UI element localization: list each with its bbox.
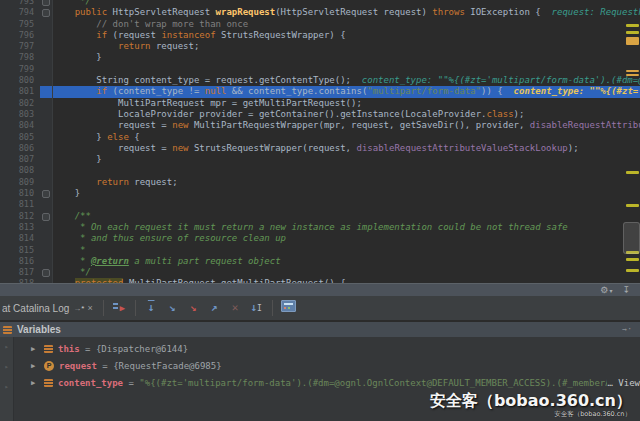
- line-number[interactable]: 795: [0, 19, 40, 30]
- code-line-808[interactable]: 808: [0, 165, 640, 176]
- code-line-810[interactable]: 810 }: [0, 188, 640, 199]
- code-text: } else {: [53, 132, 640, 143]
- code-line-815[interactable]: 815 *: [0, 245, 640, 256]
- evaluate-expression-icon[interactable]: [278, 297, 299, 319]
- line-number[interactable]: 803: [0, 109, 40, 120]
- fold-marker-icon[interactable]: [40, 0, 53, 7]
- code-line-817[interactable]: 817 */: [0, 267, 640, 278]
- chevron-down-icon: ▾: [609, 287, 612, 294]
- stripe-mark[interactable]: [626, 171, 639, 174]
- fold-gutter: [40, 120, 53, 131]
- fold-marker-icon[interactable]: [40, 7, 53, 18]
- show-execution-point-icon[interactable]: ▶: [109, 297, 130, 319]
- code-text: }: [53, 154, 640, 165]
- stripe-mark[interactable]: [626, 24, 639, 27]
- code-line-797[interactable]: 797 return request;: [0, 41, 640, 52]
- code-text: */: [53, 267, 640, 278]
- code-line-811[interactable]: 811: [0, 199, 640, 210]
- code-line-807[interactable]: 807 }: [0, 154, 640, 165]
- step-out-icon[interactable]: ↗: [204, 297, 225, 319]
- line-number[interactable]: 813: [0, 222, 40, 233]
- code-text: * @return a multi part request object: [53, 256, 640, 267]
- tab-catalina-log[interactable]: at Catalina Log → * ×: [0, 296, 98, 320]
- variable-row-this[interactable]: ▶this = {Dispatcher@6144}: [13, 340, 640, 357]
- code-line-799[interactable]: 799: [0, 64, 640, 75]
- line-number[interactable]: 805: [0, 132, 40, 143]
- line-number[interactable]: 796: [0, 30, 40, 41]
- stripe-mark[interactable]: [626, 204, 639, 207]
- fold-marker-icon[interactable]: [40, 188, 53, 199]
- expand-arrow-icon[interactable]: ▶: [31, 345, 44, 353]
- code-line-812[interactable]: 812 /**: [0, 211, 640, 222]
- run-to-cursor-icon[interactable]: ↓I: [246, 297, 267, 320]
- line-number[interactable]: 797: [0, 41, 40, 52]
- line-number[interactable]: 800: [0, 75, 40, 86]
- code-line-795[interactable]: 795 // don't wrap more than once: [0, 19, 640, 30]
- scrollbar-thumb[interactable]: [623, 222, 640, 254]
- line-number[interactable]: 814: [0, 233, 40, 244]
- line-number[interactable]: 798: [0, 52, 40, 63]
- close-icon[interactable]: ×: [87, 303, 92, 313]
- code-line-809[interactable]: 809 return request;: [0, 177, 640, 188]
- fold-marker-icon[interactable]: [40, 267, 53, 278]
- line-number[interactable]: 809: [0, 177, 40, 188]
- line-number[interactable]: 815: [0, 245, 40, 256]
- variable-row-request[interactable]: ▶Prequest = {RequestFacade@6985}: [13, 357, 640, 374]
- fold-marker-icon[interactable]: [40, 211, 53, 222]
- view-link[interactable]: … View: [607, 378, 640, 388]
- force-step-into-icon[interactable]: ↘: [183, 297, 204, 319]
- dock-icon[interactable]: ↧: [622, 284, 630, 296]
- fold-gutter: [40, 19, 53, 30]
- line-number[interactable]: 811: [0, 199, 40, 210]
- line-number[interactable]: 807: [0, 154, 40, 165]
- line-number[interactable]: 793: [0, 0, 40, 7]
- code-line-798[interactable]: 798 }: [0, 52, 640, 63]
- drop-frame-icon[interactable]: ✕: [225, 297, 246, 319]
- variables-title: Variables: [17, 324, 61, 335]
- code-line-803[interactable]: 803 LocaleProvider provider = getContain…: [0, 109, 640, 120]
- code-line-796[interactable]: 796 if (request instanceof StrutsRequest…: [0, 30, 640, 41]
- stripe-mark[interactable]: [626, 258, 639, 261]
- line-number[interactable]: 804: [0, 120, 40, 131]
- line-number[interactable]: 806: [0, 143, 40, 154]
- expand-arrow-icon[interactable]: ▶: [31, 362, 44, 370]
- code-line-800[interactable]: 800 String content_type = request.getCon…: [0, 75, 640, 86]
- line-number[interactable]: 794: [0, 7, 40, 18]
- step-into-icon[interactable]: ↘: [162, 297, 183, 319]
- variable-rows: ▶this = {Dispatcher@6144}▶Prequest = {Re…: [13, 340, 640, 391]
- stripe-mark[interactable]: [626, 37, 639, 45]
- code-line-805[interactable]: 805 } else {: [0, 132, 640, 143]
- scroll-to-selection-icon[interactable]: →·: [622, 325, 632, 334]
- stripe-mark[interactable]: [626, 31, 639, 34]
- stripe-mark[interactable]: [626, 74, 639, 76]
- variable-row-content_type[interactable]: ▶content_type = "%{(#zt='multipart/form-…: [13, 374, 640, 391]
- expand-arrow-icon[interactable]: ▶: [31, 379, 44, 387]
- code-line-804[interactable]: 804 request = new MultiPartRequestWrappe…: [0, 120, 640, 131]
- code-line-806[interactable]: 806 request = new StrutsRequestWrapper(r…: [0, 143, 640, 154]
- code-line-814[interactable]: 814 * and thus ensure of resource clean …: [0, 233, 640, 244]
- code-line-793[interactable]: 793 */: [0, 0, 640, 7]
- line-number[interactable]: 817: [0, 267, 40, 278]
- line-number[interactable]: 808: [0, 165, 40, 176]
- line-number[interactable]: 816: [0, 256, 40, 267]
- line-number[interactable]: 801: [0, 86, 40, 97]
- line-number[interactable]: 802: [0, 98, 40, 109]
- variables-header[interactable]: Variables →·: [0, 321, 640, 337]
- code-line-813[interactable]: 813 * On each request it must return a n…: [0, 222, 640, 233]
- stripe-mark[interactable]: [626, 70, 639, 72]
- step-over-icon[interactable]: ↓: [141, 297, 162, 319]
- code-line-794[interactable]: 794 public HttpServletRequest wrapReques…: [0, 7, 640, 18]
- line-number[interactable]: 812: [0, 211, 40, 222]
- code-line-802[interactable]: 802 MultiPartRequest mpr = getMultiPartR…: [0, 98, 640, 109]
- gear-icon[interactable]: ⚙▾: [600, 284, 612, 297]
- code-editor[interactable]: 793 */794 public HttpServletRequest wrap…: [0, 0, 640, 283]
- fold-gutter: [40, 199, 53, 210]
- separator: [272, 300, 273, 316]
- toolwindow-left-rail: ▸▸▸: [0, 337, 14, 421]
- code-line-801[interactable]: 801 if (content_type != null && content_…: [0, 86, 640, 97]
- code-line-816[interactable]: 816 * @return a multi part request objec…: [0, 256, 640, 267]
- line-number[interactable]: 799: [0, 64, 40, 75]
- stripe-mark[interactable]: [626, 269, 639, 272]
- line-number[interactable]: 810: [0, 188, 40, 199]
- rail-mark-icon: ▸: [0, 337, 13, 357]
